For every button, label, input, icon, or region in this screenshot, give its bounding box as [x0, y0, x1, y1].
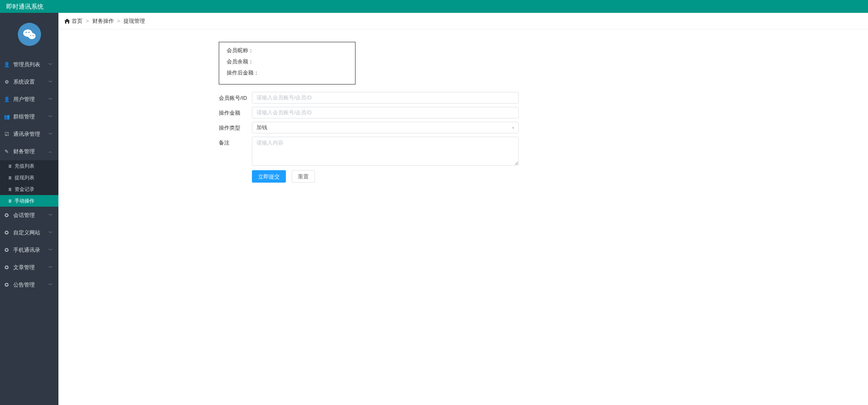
gear-icon: ⚙ — [3, 79, 10, 85]
submenu-item-label: 手动操作 — [15, 198, 34, 205]
chevron-down-icon: ﹀ — [48, 212, 53, 218]
account-label: 会员账号/ID — [219, 92, 252, 102]
finance-submenu: ≣ 充值列表 ≣ 提现列表 ≣ 资金记录 ≣ 手动操作 — [0, 160, 58, 207]
sidebar-item-label: 管理员列表 — [13, 61, 48, 68]
users-icon: 👥 — [3, 114, 10, 120]
sidebar-item-custom-site[interactable]: ✪ 自定义网站 ﹀ — [0, 224, 58, 241]
sidebar-item-article-mgmt[interactable]: ✪ 文章管理 ﹀ — [0, 259, 58, 276]
sidebar-item-phone-contacts[interactable]: ✪ 手机通讯录 ﹀ — [0, 241, 58, 259]
book-icon: ☑ — [3, 131, 10, 137]
sidebar-item-finance-mgmt[interactable]: ✎ 财务管理 ︿ — [0, 143, 58, 160]
sidebar-item-label: 群组管理 — [13, 113, 48, 121]
logo-icon — [18, 23, 41, 46]
sidebar-item-label: 手机通讯录 — [13, 247, 48, 254]
breadcrumb-sep: > — [86, 18, 89, 24]
breadcrumb-mid-link[interactable]: 财务操作 — [92, 17, 114, 25]
svg-point-4 — [30, 35, 31, 36]
list-icon: ≣ — [8, 187, 11, 192]
phone-icon: ✪ — [3, 247, 10, 253]
manual-op-form: 会员账号/ID 操作金额 操作类型 加钱 ▾ — [219, 92, 868, 183]
amount-input[interactable] — [252, 107, 519, 118]
submenu-item-label: 充值列表 — [15, 163, 34, 170]
sidebar-item-label: 财务管理 — [13, 148, 48, 155]
sidebar-item-admin-list[interactable]: 👤 管理员列表 ﹀ — [0, 56, 58, 73]
sidebar-item-session-mgmt[interactable]: ✪ 会话管理 ﹀ — [0, 207, 58, 224]
sidebar-item-label: 会话管理 — [13, 212, 48, 219]
chevron-down-icon: ﹀ — [48, 114, 53, 120]
submenu-item-withdraw-list[interactable]: ≣ 提现列表 — [0, 172, 58, 183]
info-after-amount: 操作后金额： — [227, 70, 348, 77]
list-icon: ≣ — [8, 176, 11, 180]
breadcrumb-current: 提现管理 — [123, 17, 145, 25]
sidebar-item-group-mgmt[interactable]: 👥 群组管理 ﹀ — [0, 108, 58, 125]
submit-button[interactable]: 立即提交 — [252, 170, 286, 183]
amount-label: 操作金额 — [219, 107, 252, 117]
header-bar: 即时通讯系统 — [0, 0, 868, 13]
reset-button[interactable]: 重置 — [292, 170, 315, 183]
chevron-down-icon: ﹀ — [48, 62, 53, 68]
remark-label: 备注 — [219, 137, 252, 147]
chevron-down-icon: ﹀ — [48, 96, 53, 102]
submenu-item-label: 资金记录 — [15, 186, 34, 193]
sidebar: 👤 管理员列表 ﹀ ⚙ 系统设置 ﹀ 👤 用户管理 ﹀ 👥 群组管理 ﹀ ☑ 通… — [0, 13, 58, 405]
list-icon: ≣ — [8, 164, 11, 169]
svg-point-1 — [28, 33, 36, 39]
chevron-up-icon: ︿ — [48, 149, 53, 154]
sidebar-item-label: 通讯录管理 — [13, 131, 48, 138]
sidebar-item-label: 自定义网站 — [13, 229, 48, 236]
app-title: 即时通讯系统 — [6, 3, 44, 10]
sidebar-item-contacts-mgmt[interactable]: ☑ 通讯录管理 ﹀ — [0, 125, 58, 143]
type-select-value: 加钱 — [256, 124, 267, 131]
sidebar-item-system-settings[interactable]: ⚙ 系统设置 ﹀ — [0, 73, 58, 91]
sidebar-item-user-mgmt[interactable]: 👤 用户管理 ﹀ — [0, 91, 58, 108]
sidebar-item-label: 文章管理 — [13, 264, 48, 271]
chevron-down-icon: ﹀ — [48, 247, 53, 253]
type-label: 操作类型 — [219, 122, 252, 132]
chevron-down-icon: ﹀ — [48, 131, 53, 137]
home-icon — [64, 19, 70, 24]
user-icon: 👤 — [3, 62, 10, 68]
submenu-item-recharge-list[interactable]: ≣ 充值列表 — [0, 160, 58, 172]
sidebar-item-notice-mgmt[interactable]: ✪ 公告管理 ﹀ — [0, 276, 58, 294]
info-balance: 会员余额： — [227, 58, 348, 65]
member-info-box: 会员昵称： 会员余额： 操作后金额： — [219, 42, 355, 84]
main-content: 首页 > 财务操作 > 提现管理 会员昵称： 会员余额： 操作后金额： 会员账号… — [58, 13, 868, 405]
bell-icon: ✪ — [3, 282, 10, 288]
chevron-down-icon: ﹀ — [48, 79, 53, 85]
breadcrumb-sep: > — [117, 18, 121, 24]
svg-point-2 — [25, 32, 27, 33]
account-input[interactable] — [252, 92, 519, 104]
doc-icon: ✪ — [3, 265, 10, 270]
submenu-item-fund-records[interactable]: ≣ 资金记录 — [0, 183, 58, 195]
submenu-item-label: 提现列表 — [15, 174, 34, 181]
sidebar-item-label: 用户管理 — [13, 96, 48, 103]
svg-point-3 — [28, 32, 29, 33]
user-icon: 👤 — [3, 96, 10, 102]
breadcrumb-home-link[interactable]: 首页 — [72, 17, 82, 25]
svg-point-5 — [32, 35, 33, 36]
submenu-item-manual-op[interactable]: ≣ 手动操作 — [0, 195, 58, 207]
remark-textarea[interactable] — [252, 137, 519, 166]
chat-icon: ✪ — [3, 212, 10, 218]
globe-icon: ✪ — [3, 230, 10, 236]
wallet-icon: ✎ — [3, 149, 10, 154]
chevron-down-icon: ﹀ — [48, 230, 53, 236]
list-icon: ≣ — [8, 199, 11, 203]
sidebar-item-label: 公告管理 — [13, 282, 48, 289]
logo-wrap — [0, 13, 58, 56]
sidebar-item-label: 系统设置 — [13, 79, 48, 86]
chevron-down-icon: ▾ — [512, 125, 514, 130]
chevron-down-icon: ﹀ — [48, 282, 53, 288]
type-select[interactable]: 加钱 ▾ — [252, 122, 519, 133]
info-nickname: 会员昵称： — [227, 47, 348, 54]
chevron-down-icon: ﹀ — [48, 265, 53, 270]
breadcrumb: 首页 > 财务操作 > 提现管理 — [58, 13, 868, 29]
